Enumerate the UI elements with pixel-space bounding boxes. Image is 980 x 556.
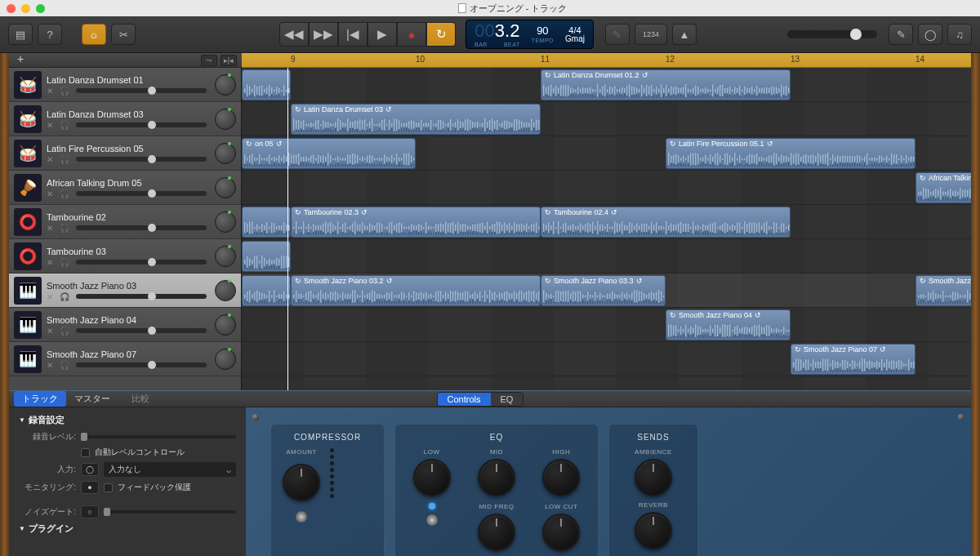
headphone-icon[interactable]: 🎧	[60, 121, 69, 129]
eq-midfreq-knob[interactable]	[478, 514, 515, 551]
audio-region[interactable]	[242, 69, 291, 100]
track-header[interactable]: 🥁 Latin Danza Drumset 01 ✕ 🎧	[9, 68, 241, 102]
audio-region[interactable]: ↻ Smooth Jazz Piano 07 ↺	[791, 344, 915, 375]
forward-button[interactable]: ▶▶	[309, 22, 338, 47]
audio-region[interactable]: ↻ Latin Danza Drumset 03 ↺	[291, 104, 541, 135]
recording-level-slider[interactable]	[81, 435, 236, 438]
track-header[interactable]: 🎹 Smooth Jazz Piano 04 ✕ 🎧	[9, 308, 241, 342]
audio-region[interactable]	[242, 207, 291, 238]
tab-controls[interactable]: Controls	[438, 393, 491, 406]
lcd-timesig[interactable]: 4/4	[568, 26, 581, 35]
headphone-icon[interactable]: 🎧	[60, 155, 69, 163]
lcd-display[interactable]: 003.2 BARBEAT 90TEMPO 4/4Gmaj	[466, 20, 594, 49]
send-reverb-knob[interactable]	[635, 512, 672, 549]
headphone-icon[interactable]: 🎧	[60, 292, 69, 300]
timeline-row[interactable]: ↻ Tambourine 02.3 ↺↻ Tambourine 02.4 ↺	[242, 205, 971, 239]
track-pan-knob[interactable]	[215, 211, 236, 233]
track-pan-knob[interactable]	[215, 74, 236, 96]
track-volume-slider[interactable]	[76, 294, 207, 299]
tab-master[interactable]: マスター	[66, 391, 118, 407]
cycle-button[interactable]: ↻	[426, 22, 456, 47]
input-select[interactable]: 入力なし⌵	[104, 462, 236, 477]
track-volume-slider[interactable]	[76, 225, 207, 230]
timeline-row[interactable]: ↻ Latin Danza Drumset 01.2 ↺	[242, 68, 971, 102]
smart-controls-button[interactable]: ☼	[82, 24, 106, 45]
lcd-key[interactable]: Gmaj	[565, 35, 585, 43]
track-pan-knob[interactable]	[215, 177, 236, 198]
auto-level-checkbox[interactable]	[81, 448, 90, 457]
track-volume-slider[interactable]	[76, 363, 207, 367]
eq-mid-knob[interactable]	[478, 459, 515, 496]
record-button[interactable]: ●	[397, 22, 426, 47]
mute-button[interactable]: ✕	[47, 224, 56, 232]
track-header[interactable]: 🪘 African Talking Drum 05 ✕ 🎧	[9, 171, 241, 205]
headphone-icon[interactable]: 🎧	[60, 87, 69, 95]
noise-gate-toggle[interactable]: ○	[81, 505, 99, 518]
feedback-protect-checkbox[interactable]	[104, 483, 113, 492]
track-header[interactable]: 🎹 Smooth Jazz Piano 03 ✕ 🎧	[9, 274, 241, 308]
plugins-header[interactable]: プラグイン	[19, 523, 236, 535]
track-volume-slider[interactable]	[76, 122, 207, 127]
metronome-button[interactable]: ▲	[672, 24, 697, 45]
track-pan-knob[interactable]	[215, 314, 236, 336]
flex-toggle[interactable]: ▸|◂	[220, 55, 237, 66]
headphone-icon[interactable]: 🎧	[60, 189, 69, 198]
add-track-button[interactable]: +	[14, 55, 27, 66]
track-pan-knob[interactable]	[215, 349, 236, 370]
mute-button[interactable]: ✕	[47, 292, 56, 300]
audio-region[interactable]: ↻ Smooth Jazz Piano 03.2 ↺	[291, 275, 541, 306]
master-volume-slider[interactable]	[787, 30, 877, 38]
mute-button[interactable]: ✕	[47, 189, 56, 198]
timeline-row[interactable]: ↻ Smooth Jazz Piano 07 ↺	[242, 342, 971, 376]
audio-region[interactable]: ↻ Tambourine 02.4 ↺	[541, 207, 791, 238]
audio-region[interactable]: ↻ African Talkin	[915, 172, 971, 203]
audio-region[interactable]: ↻ on 05 ↺	[242, 138, 416, 169]
recording-settings-header[interactable]: 録音設定	[19, 414, 236, 426]
monitoring-button[interactable]: ●	[81, 481, 99, 494]
timeline-row[interactable]: ↻ on 05 ↺↻ Latin Fire Percussion 05.1 ↺	[242, 136, 971, 171]
input-format-button[interactable]: ◯	[81, 463, 99, 476]
track-pan-knob[interactable]	[215, 246, 236, 267]
mute-button[interactable]: ✕	[47, 121, 56, 129]
rewind-button[interactable]: ◀◀	[279, 22, 309, 47]
eq-lowcut-knob[interactable]	[542, 514, 580, 551]
headphone-icon[interactable]: 🎧	[60, 361, 69, 369]
timeline-row[interactable]: ↻ Smooth Jazz Piano 03.2 ↺↻ Smooth Jazz …	[242, 274, 971, 308]
playhead[interactable]	[287, 68, 288, 390]
mute-button[interactable]: ✕	[47, 155, 56, 163]
headphone-icon[interactable]: 🎧	[60, 224, 69, 232]
eq-low-knob[interactable]	[413, 459, 451, 496]
timeline-row[interactable]: ↻ African Talkin	[242, 171, 971, 205]
track-volume-slider[interactable]	[76, 157, 207, 162]
mute-button[interactable]: ✕	[47, 327, 56, 335]
play-button[interactable]: ▶	[368, 22, 397, 47]
track-header[interactable]: ⭕ Tambourine 03 ✕ 🎧	[9, 239, 241, 274]
automation-toggle[interactable]: ⤳	[201, 55, 217, 66]
lcd-tempo[interactable]: 90	[537, 25, 548, 36]
tuner-button[interactable]: ✎	[605, 24, 630, 45]
count-in-button[interactable]: 1234	[635, 24, 667, 45]
track-volume-slider[interactable]	[76, 191, 207, 196]
timeline-ruler[interactable]: 91011121314	[242, 53, 971, 68]
send-ambience-knob[interactable]	[635, 459, 672, 496]
track-pan-knob[interactable]	[215, 109, 236, 130]
scissors-button[interactable]: ✂	[111, 24, 136, 45]
close-window-button[interactable]	[7, 4, 16, 13]
track-volume-slider[interactable]	[76, 328, 207, 333]
track-pan-knob[interactable]	[215, 280, 236, 301]
timeline-row[interactable]	[242, 239, 971, 274]
noise-gate-slider[interactable]	[104, 510, 236, 514]
track-header[interactable]: ⭕ Tambourine 02 ✕ 🎧	[9, 205, 241, 239]
timeline-row[interactable]: ↻ Latin Danza Drumset 03 ↺	[242, 102, 971, 136]
zoom-window-button[interactable]	[36, 4, 45, 13]
stop-button[interactable]: |◀	[338, 22, 368, 47]
audio-region[interactable]: ↻ Latin Danza Drumset 01.2 ↺	[541, 69, 791, 100]
library-button[interactable]: ▤	[8, 24, 33, 45]
compare-button[interactable]: 比較	[123, 391, 158, 407]
track-header[interactable]: 🥁 Latin Danza Drumset 03 ✕ 🎧	[9, 102, 241, 136]
audio-region[interactable]: ↻ Smooth Jazz	[915, 275, 971, 306]
track-pan-knob[interactable]	[215, 143, 236, 164]
audio-region[interactable]: ↻ Tambourine 02.3 ↺	[291, 207, 541, 238]
mute-button[interactable]: ✕	[47, 361, 56, 369]
media-browser-button[interactable]: ♫	[947, 24, 972, 45]
